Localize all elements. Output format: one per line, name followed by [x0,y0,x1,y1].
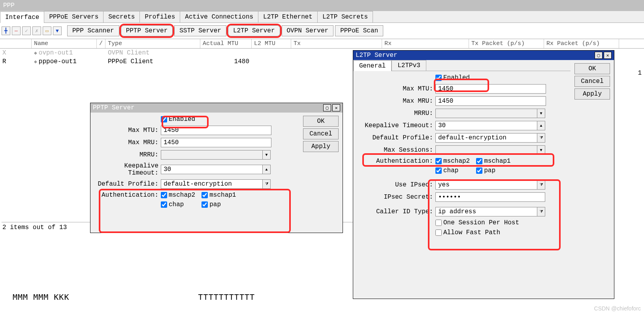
dropdown-icon[interactable]: ⧩ [537,133,545,143]
close-icon[interactable]: ✕ [604,52,612,59]
l2tp-ipsec-select[interactable] [435,180,537,190]
add-icon[interactable]: ╋ [2,26,10,35]
l2tp-server-button[interactable]: L2TP Server [228,25,280,36]
l2tp-maxsess-input[interactable] [435,145,537,155]
col-name[interactable]: Name [32,39,97,48]
pppoe-scan-button[interactable]: PPPoE Scan [335,25,383,36]
col-sort[interactable]: / [97,39,105,48]
ovpn-server-button[interactable]: OVPN Server [282,25,334,36]
label-profile: Default Profile: [356,134,435,141]
pptp-server-button[interactable]: PPTP Server [121,25,173,36]
l2tp-one-session-checkbox[interactable]: One Session Per Host [435,219,519,226]
pptp-apply-button[interactable]: Apply [303,141,339,152]
close-icon[interactable]: ✕ [332,104,340,111]
label-auth: Authentication: [94,192,161,199]
row-flag: R [0,58,32,66]
l2tp-mrru-input[interactable] [435,109,537,118]
tab-l2tp-ethernet[interactable]: L2TP Ethernet [258,11,318,23]
pptp-profile-select[interactable] [161,179,263,189]
pptp-auth-mschap2[interactable]: mschap2 [161,192,195,199]
l2tp-auth-chap[interactable]: chap [435,167,470,174]
dropdown-icon[interactable]: ▼ [263,150,271,160]
tab-secrets[interactable]: Secrets [103,11,140,23]
maximize-icon[interactable]: ▢ [595,52,603,59]
l2tp-auth-mschap1[interactable]: mschap1 [476,158,510,165]
col-tx-packet[interactable]: Tx Packet (p/s) [469,39,544,48]
dropdown-icon[interactable]: ▼ [537,145,545,155]
label-mrru: MRRU: [356,110,435,117]
up-icon[interactable]: ▲ [263,165,271,174]
pptp-ok-button[interactable]: OK [303,116,339,127]
ppp-scanner-button[interactable]: PPP Scanner [67,25,119,36]
pptp-auth-pap[interactable]: pap [201,201,236,208]
ascii-art: MMM MMM KKK TTTTTTTTTTT [13,292,255,302]
l2tp-caller-select[interactable] [435,207,537,216]
pptp-dialog-title: PPTP Server [93,104,135,111]
l2tp-fastpath-checkbox[interactable]: Allow Fast Path [435,229,500,236]
col-type[interactable]: Type [105,39,200,48]
tab-pppoe-servers[interactable]: PPPoE Servers [44,11,104,23]
l2tp-secret-input[interactable] [435,192,545,202]
l2tp-auth-mschap2[interactable]: mschap2 [435,158,470,165]
l2tp-auth-pap[interactable]: pap [476,167,510,174]
tab-profiles[interactable]: Profiles [139,11,180,23]
comment-icon[interactable]: ▭ [43,26,51,35]
window-titlebar: PPP [0,0,644,11]
tab-l2tp-secrets[interactable]: L2TP Secrets [317,11,373,23]
col-rx[interactable]: Rx [382,39,469,48]
col-l2mtu[interactable]: L2 MTU [252,39,291,48]
sstp-server-button[interactable]: SSTP Server [174,25,226,36]
pptp-mrru-input[interactable] [161,150,263,160]
dropdown-icon[interactable]: ▼ [537,109,545,118]
up-icon[interactable]: ▲ [537,121,545,130]
row-type: OVPN Client [105,49,200,57]
l2tp-profile-select[interactable] [435,133,537,143]
pptp-enabled-checkbox[interactable]: Enabled [161,116,195,123]
maximize-icon[interactable]: ▢ [323,104,331,111]
pptp-maxmtu-input[interactable] [161,126,271,135]
dropdown-icon[interactable]: ⧩ [537,180,545,190]
col-actual-mtu[interactable]: Actual MTU [200,39,252,48]
label-caller: Caller ID Type: [356,208,435,215]
pptp-auth-mschap1[interactable]: mschap1 [201,192,236,199]
filter-icon[interactable]: ▼ [53,26,62,35]
l2tp-ok-button[interactable]: OK [574,63,610,74]
l2tp-tab-l2tpv3[interactable]: L2TPv3 [392,60,426,71]
l2tp-apply-button[interactable]: Apply [574,88,610,100]
l2tp-enabled-checkbox[interactable]: Enabled [435,74,470,81]
l2tp-tab-general[interactable]: General [353,60,392,71]
label-keepalive: Keepalive Timeout: [356,122,435,129]
row-type: PPPoE Client [105,58,200,66]
pptp-dialog-titlebar[interactable]: PPTP Server ▢ ✕ [90,103,343,113]
window-title: PPP [3,2,15,9]
disable-icon[interactable]: ✗ [32,26,41,35]
eye-icon: ◆ [34,59,37,65]
label-auth: Authentication: [356,158,435,165]
l2tp-dialog-titlebar[interactable]: L2TP Server ▢ ✕ [353,51,614,60]
pptp-maxmru-input[interactable] [161,138,271,147]
col-tx[interactable]: Tx [291,39,382,48]
tab-interface[interactable]: Interface [0,11,44,23]
l2tp-maxmru-input[interactable] [435,96,546,106]
label-maxmtu: Max MTU: [356,85,435,92]
l2tp-keepalive-input[interactable] [435,121,537,130]
col-rx-packet[interactable]: Rx Packet (p/s) [544,39,619,48]
dropdown-icon[interactable]: ⧩ [537,207,545,216]
row-name: ◆ovpn-out1 [32,49,105,57]
label-profile: Default Profile: [94,181,161,188]
tab-active-connections[interactable]: Active Connections [180,11,258,23]
l2tp-form: Enabled Max MTU: Max MRU: MRRU:▼ Keepali… [353,71,571,299]
l2tp-cancel-button[interactable]: Cancel [574,76,610,87]
l2tp-maxmtu-input[interactable] [435,84,546,94]
table-header: Name / Type Actual MTU L2 MTU Tx Rx Tx P… [0,39,644,49]
pptp-keepalive-input[interactable] [161,165,263,174]
label-ipsec: Use IPsec: [356,181,435,188]
col-flag[interactable] [0,39,32,48]
row-mtu: 1480 [200,58,252,66]
remove-icon[interactable]: — [12,26,21,35]
pptp-cancel-button[interactable]: Cancel [303,128,339,139]
label-maxmru: Max MRU: [94,139,161,146]
enable-icon[interactable]: ✓ [22,26,31,35]
pptp-auth-chap[interactable]: chap [161,201,195,208]
dropdown-icon[interactable]: ⧩ [263,179,271,189]
